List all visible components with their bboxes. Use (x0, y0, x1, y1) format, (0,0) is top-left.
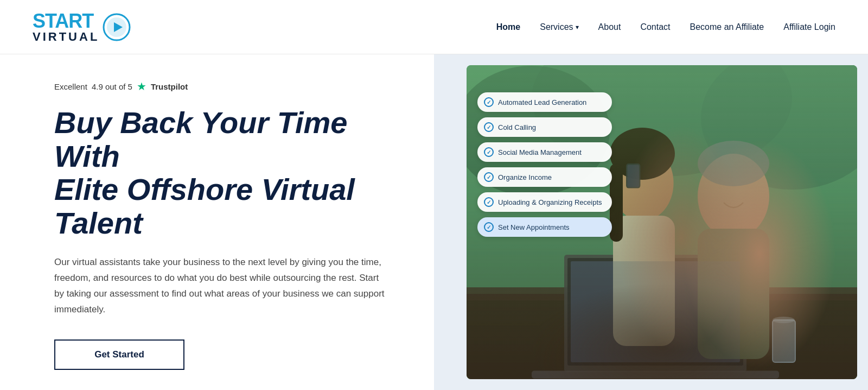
pill-organize-income: Organize Income (477, 167, 612, 187)
check-icon-4 (484, 172, 494, 182)
logo-start: START (33, 11, 99, 31)
hero-description: Our virtual assistants take your busines… (54, 255, 391, 318)
hero-heading-line1: Buy Back Your Time With (54, 105, 348, 173)
hero-heading: Buy Back Your Time With Elite Offshore V… (54, 106, 391, 240)
hero-heading-line2: Elite Offshore Virtual Talent (54, 172, 355, 240)
main-content: Excellent 4.9 out of 5 ★ Trustpilot Buy … (0, 54, 868, 390)
logo-play-icon (103, 13, 131, 41)
pill-label-1: Automated Lead Generation (498, 98, 586, 106)
trustpilot-brand: Trustpilot (151, 82, 188, 91)
chevron-down-icon: ▾ (576, 23, 579, 31)
trustpilot-row: Excellent 4.9 out of 5 ★ Trustpilot (54, 80, 391, 93)
check-icon-1 (484, 97, 494, 107)
pill-uploading: Uploading & Organizing Receipts (477, 192, 612, 212)
pill-social-media: Social Media Management (477, 142, 612, 162)
hero-left-panel: Excellent 4.9 out of 5 ★ Trustpilot Buy … (0, 54, 434, 390)
pill-label-5: Uploading & Organizing Receipts (498, 198, 602, 206)
service-pills-container: Automated Lead Generation Cold Calling S… (477, 92, 612, 237)
pill-appointments: Set New Appointments (477, 217, 612, 237)
trustpilot-excellent: Excellent (54, 82, 87, 91)
main-nav: Home Services ▾ About Contact Become an … (496, 22, 835, 32)
hero-image: Automated Lead Generation Cold Calling S… (467, 65, 857, 379)
hero-right-panel: Automated Lead Generation Cold Calling S… (434, 54, 868, 390)
check-icon-2 (484, 122, 494, 132)
nav-affiliate-login[interactable]: Affiliate Login (783, 22, 835, 32)
logo-text: START VIRTUAL (33, 11, 99, 43)
check-icon-5 (484, 197, 494, 207)
pill-label-3: Social Media Management (498, 148, 582, 156)
site-logo: START VIRTUAL (33, 11, 131, 43)
pill-label-4: Organize Income (498, 173, 552, 181)
get-started-button[interactable]: Get Started (54, 339, 184, 370)
site-header: START VIRTUAL Home Services ▾ About Cont… (0, 0, 868, 54)
check-icon-3 (484, 147, 494, 157)
trustpilot-star-icon: ★ (137, 80, 146, 93)
trustpilot-rating: 4.9 out of 5 (92, 82, 132, 91)
check-icon-6 (484, 222, 494, 232)
nav-contact[interactable]: Contact (640, 22, 670, 32)
nav-home[interactable]: Home (496, 22, 520, 32)
nav-services[interactable]: Services (540, 22, 573, 32)
pill-label-6: Set New Appointments (498, 223, 570, 231)
nav-become-affiliate[interactable]: Become an Affiliate (690, 22, 764, 32)
pill-lead-gen: Automated Lead Generation (477, 92, 612, 112)
nav-services-container[interactable]: Services ▾ (540, 22, 578, 32)
nav-about[interactable]: About (598, 22, 621, 32)
pill-label-2: Cold Calling (498, 123, 536, 131)
pill-cold-calling: Cold Calling (477, 117, 612, 137)
logo-virtual: VIRTUAL (33, 31, 99, 43)
